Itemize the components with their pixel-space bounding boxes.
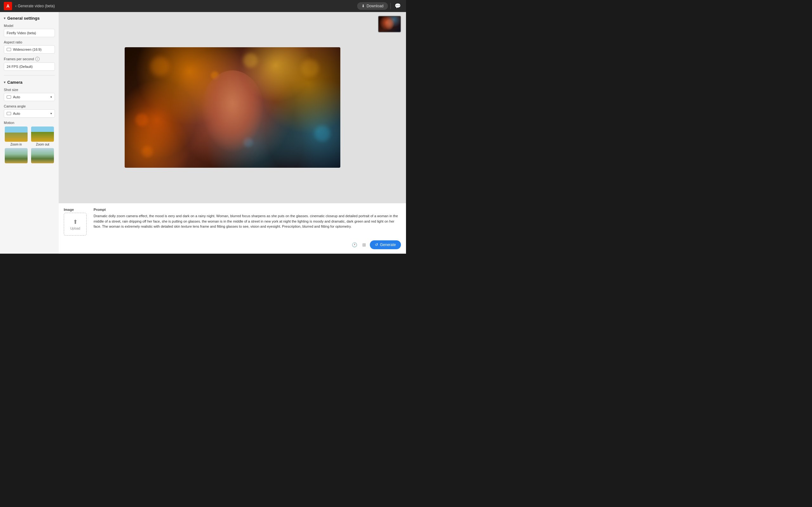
camera-angle-inner: Auto <box>7 112 20 115</box>
model-label: Model <box>4 24 55 27</box>
generate-label: Generate <box>380 242 396 247</box>
topbar: A ‹ Generate video (beta) ⬇ Download 💬 <box>0 0 406 12</box>
video-preview <box>59 12 406 203</box>
chat-button[interactable]: 💬 <box>393 2 402 10</box>
adobe-logo: A <box>4 2 12 10</box>
camera-angle-label: Camera angle <box>4 104 55 108</box>
aspect-ratio-label: Aspect ratio <box>4 40 55 44</box>
download-button[interactable]: ⬇ Download <box>357 2 388 10</box>
upload-box[interactable]: ⬆ Upload <box>64 213 87 236</box>
motion-thumb-3 <box>5 148 28 163</box>
face-overlay <box>201 70 264 153</box>
generate-button[interactable]: ↺ Generate <box>370 240 401 249</box>
shot-size-chevron: ▾ <box>50 96 52 99</box>
general-settings-chevron: ▾ <box>4 16 5 20</box>
camera-angle-icon <box>7 112 11 115</box>
general-settings-label: General settings <box>7 16 40 20</box>
motion-grid: Zoom in Zoom out <box>4 126 55 164</box>
bottom-actions: 🕐 ⊞ ↺ Generate <box>350 240 401 249</box>
topbar-left: A ‹ Generate video (beta) <box>4 2 55 10</box>
camera-angle-chevron: ▾ <box>50 112 52 115</box>
motion-thumb-4 <box>31 148 54 163</box>
motion-item-zoom-in[interactable]: Zoom in <box>4 126 29 146</box>
motion-thumb-zoom-in <box>5 126 28 142</box>
bokeh-2 <box>243 53 258 67</box>
bokeh-6 <box>142 146 153 157</box>
camera-label: Camera <box>7 80 22 84</box>
image-section: Image ⬆ Upload <box>64 208 89 236</box>
chevron-left-icon: ‹ <box>15 4 16 8</box>
fps-label-wrapper: Frames per second i <box>4 57 55 61</box>
bottom-panel: Image ⬆ Upload Prompt Dramatic dolly zoo… <box>59 203 406 253</box>
history-button[interactable]: 🕐 <box>350 241 359 248</box>
topbar-right: ⬇ Download 💬 <box>357 2 402 10</box>
camera-chevron: ▾ <box>4 80 5 84</box>
upload-icon: ⬆ <box>73 219 78 225</box>
motion-item-zoom-out[interactable]: Zoom out <box>31 126 55 146</box>
camera-angle-select[interactable]: Auto ▾ <box>4 109 55 118</box>
generate-spin-icon: ↺ <box>375 242 378 247</box>
aspect-ratio-inner: Widescreen (16:9) <box>7 48 42 51</box>
compare-button[interactable]: ⊞ <box>361 241 367 248</box>
aspect-ratio-select[interactable]: Widescreen (16:9) <box>4 45 55 54</box>
camera-header[interactable]: ▾ Camera <box>4 80 55 84</box>
bokeh-1 <box>150 57 169 76</box>
model-select[interactable]: Firefly Video (beta) <box>4 29 55 37</box>
thumbnail-bg <box>379 16 400 32</box>
shot-size-icon <box>7 96 11 99</box>
prompt-section: Prompt Dramatic dolly zoom camera effect… <box>94 208 401 236</box>
motion-thumb-zoom-out <box>31 126 54 142</box>
bokeh-3 <box>301 59 319 77</box>
bokeh-4 <box>136 114 148 126</box>
bokeh-5 <box>314 125 330 142</box>
fps-value: 24 FPS (Default) <box>7 65 33 68</box>
fps-select[interactable]: 24 FPS (Default) <box>4 62 55 71</box>
back-button[interactable]: ‹ Generate video (beta) <box>15 4 55 8</box>
camera-angle-value: Auto <box>13 112 20 115</box>
content-area: Image ⬆ Upload Prompt Dramatic dolly zoo… <box>59 12 406 253</box>
widescreen-icon <box>7 48 11 51</box>
chat-icon: 💬 <box>394 3 401 9</box>
model-value: Firefly Video (beta) <box>7 31 36 35</box>
shot-size-label: Shot size <box>4 88 55 92</box>
video-container <box>125 47 340 168</box>
sidebar: ▾ General settings Model Firefly Video (… <box>0 12 59 253</box>
video-background <box>125 47 340 168</box>
fps-info-icon[interactable]: i <box>35 57 40 61</box>
section-divider-1 <box>4 75 55 75</box>
main-layout: ▾ General settings Model Firefly Video (… <box>0 12 406 253</box>
motion-label-zoom-out: Zoom out <box>36 143 49 146</box>
prompt-text: Dramatic dolly zoom camera effect, the m… <box>94 213 401 229</box>
page-title: Generate video (beta) <box>18 4 55 8</box>
image-section-label: Image <box>64 208 89 212</box>
compare-icon: ⊞ <box>362 242 366 247</box>
bottom-inner: Image ⬆ Upload Prompt Dramatic dolly zoo… <box>64 208 401 236</box>
thumb-person <box>385 19 394 31</box>
prompt-label: Prompt <box>94 208 401 212</box>
shot-size-value: Auto <box>13 95 20 99</box>
thumbnail-overlay <box>378 16 401 32</box>
aspect-ratio-value: Widescreen (16:9) <box>13 48 42 51</box>
topbar-divider <box>390 3 391 9</box>
history-icon: 🕐 <box>352 242 357 247</box>
general-settings-header[interactable]: ▾ General settings <box>4 16 55 20</box>
shot-size-inner: Auto <box>7 95 20 99</box>
motion-item-3[interactable] <box>4 148 29 164</box>
shot-size-select[interactable]: Auto ▾ <box>4 93 55 101</box>
upload-label: Upload <box>70 227 80 230</box>
motion-label: Motion <box>4 121 55 125</box>
info-letter: i <box>37 57 38 61</box>
fps-label: Frames per second <box>4 57 34 61</box>
download-icon: ⬇ <box>362 4 365 8</box>
motion-item-4[interactable] <box>31 148 55 164</box>
motion-label-zoom-in: Zoom in <box>10 143 22 146</box>
